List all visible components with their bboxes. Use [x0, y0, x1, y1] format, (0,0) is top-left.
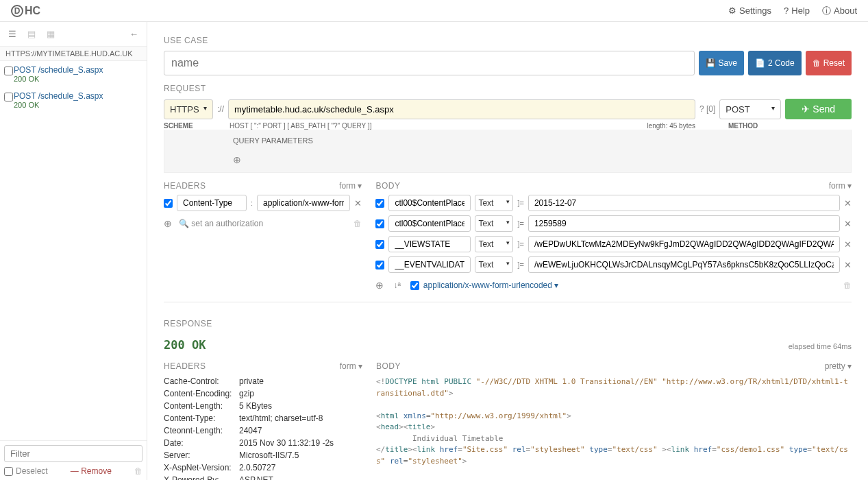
help-link[interactable]: ?Help	[784, 5, 810, 17]
content: USE CASE 💾Save 📄2 Code 🗑Reset REQUEST HT…	[147, 22, 868, 480]
history-checkbox[interactable]	[4, 67, 13, 75]
query-params-area: QUERY PARAMETERS ⊕	[164, 130, 852, 173]
response-header-row: Content-Type:text/html; charset=utf-8	[164, 412, 362, 424]
delete-body-icon[interactable]: 🗑	[843, 280, 852, 290]
encoding-label[interactable]: application/x-www-form-urlencoded ▾	[423, 280, 558, 290]
response-header-row: Content-Length:5 KBytes	[164, 400, 362, 412]
body-enabled-checkbox[interactable]	[375, 199, 384, 208]
body-enabled-checkbox[interactable]	[375, 219, 384, 228]
grid-view-icon[interactable]: ▦	[47, 29, 55, 39]
filter-input[interactable]	[4, 445, 142, 462]
main-layout: ☰ ▤ ▦ ← HTTPS://MYTIMETABLE.HUD.AC.UK PO…	[0, 22, 868, 480]
app-logo: D HC	[11, 5, 40, 17]
remove-body-icon[interactable]: ✕	[844, 239, 852, 250]
gear-icon: ⚙	[728, 5, 736, 16]
body-type-select[interactable]: Text	[475, 215, 513, 232]
query-indicator[interactable]: ? [0]	[699, 104, 715, 114]
method-select[interactable]: POST	[719, 99, 781, 119]
about-link[interactable]: ⓘAbout	[822, 5, 857, 17]
header-key-input[interactable]	[177, 195, 247, 211]
usecase-name-input[interactable]	[164, 51, 695, 75]
body-key-input[interactable]	[388, 215, 471, 232]
delete-headers-icon[interactable]: 🗑	[354, 219, 362, 228]
list-view-icon[interactable]: ☰	[8, 29, 16, 39]
body-mode-toggle[interactable]: form ▾	[829, 181, 852, 191]
body-enabled-checkbox[interactable]	[375, 240, 384, 249]
scheme-prefix: ://	[217, 104, 224, 114]
archive-icon[interactable]: ▤	[27, 29, 36, 39]
add-body-button[interactable]: ⊕	[375, 280, 384, 291]
body-panel: BODY form ▾ Text ]= ✕ Text ]=	[375, 181, 852, 291]
sidebar-item[interactable]: POST /schedule_S.aspx 200 OK	[0, 87, 147, 113]
scheme-select[interactable]: HTTPS	[164, 99, 213, 119]
add-param-button[interactable]: ⊕	[233, 154, 844, 165]
body-type-select[interactable]: Text	[475, 256, 513, 273]
remove-body-icon[interactable]: ✕	[844, 198, 852, 208]
response-header-row: Cteonnt-Length:24047	[164, 424, 362, 437]
body-key-input[interactable]	[388, 236, 471, 252]
body-type-select[interactable]: Text	[475, 195, 513, 211]
history-checkbox[interactable]	[4, 93, 13, 101]
response-header-row: Server:Microsoft-IIS/7.5	[164, 449, 362, 461]
headers-panel: HEADERS form ▾ : ✕ ⊕ 🔍 set an authorizat…	[164, 181, 362, 291]
remove-header-icon[interactable]: ✕	[354, 198, 362, 208]
body-value-input[interactable]	[528, 195, 840, 211]
deselect-checkbox[interactable]	[4, 467, 13, 476]
url-input[interactable]	[228, 99, 695, 119]
response-header-row: Content-Encoding:gzip	[164, 387, 362, 400]
settings-link[interactable]: ⚙Settings	[728, 5, 771, 17]
sidebar: ☰ ▤ ▦ ← HTTPS://MYTIMETABLE.HUD.AC.UK PO…	[0, 22, 147, 480]
add-header-button[interactable]: ⊕	[164, 218, 172, 229]
help-icon: ?	[784, 5, 789, 16]
deselect-action[interactable]: Deselect	[4, 466, 48, 476]
copy-icon: 📄	[755, 58, 765, 68]
save-icon: 💾	[706, 58, 716, 68]
response-body-label: BODY	[376, 361, 401, 371]
history-status: 200 OK	[14, 75, 141, 83]
body-type-select[interactable]: Text	[475, 236, 513, 252]
send-icon: ✈	[802, 104, 810, 115]
body-row: Text ]= ✕	[375, 195, 852, 211]
body-value-input[interactable]	[528, 215, 840, 232]
sort-icon[interactable]: ↓ª	[393, 280, 400, 290]
body-value-input[interactable]	[528, 236, 840, 252]
history-title: POST /schedule_S.aspx	[14, 65, 141, 75]
body-key-input[interactable]	[388, 195, 471, 211]
collapse-icon[interactable]: ←	[129, 29, 138, 39]
send-button[interactable]: ✈Send	[785, 99, 852, 119]
method-col-label: METHOD	[728, 122, 790, 130]
code-button[interactable]: 📄2 Code	[748, 51, 802, 75]
auth-link[interactable]: 🔍 set an authorization	[179, 219, 263, 228]
top-links: ⚙Settings ?Help ⓘAbout	[728, 5, 857, 17]
save-button[interactable]: 💾Save	[699, 51, 744, 75]
host-col-label: HOST [ ":" PORT ] [ ABS_PATH [ "?" QUERY…	[230, 122, 643, 130]
response-section: RESPONSE 200 OK elapsed time 64ms HEADER…	[164, 302, 852, 480]
body-value-input[interactable]	[528, 256, 840, 273]
response-body-content[interactable]: <!DOCTYPE html PUBLIC "-//W3C//DTD XHTML…	[376, 376, 852, 480]
header-enabled-checkbox[interactable]	[164, 199, 173, 208]
sidebar-item[interactable]: POST /schedule_S.aspx 200 OK	[0, 61, 147, 87]
response-header-row: Cache-Control:private	[164, 375, 362, 387]
sidebar-toolbar: ☰ ▤ ▦ ←	[0, 22, 147, 46]
trash-icon[interactable]: 🗑	[134, 466, 142, 476]
body-row: Text ]= ✕	[375, 215, 852, 232]
remove-body-icon[interactable]: ✕	[844, 219, 852, 229]
remove-body-icon[interactable]: ✕	[844, 260, 852, 270]
history-status: 200 OK	[14, 101, 141, 109]
encoding-checkbox[interactable]	[410, 281, 419, 290]
response-label: RESPONSE	[164, 319, 852, 328]
remove-action[interactable]: — Remove	[71, 466, 112, 476]
response-headers-panel: HEADERS form ▾ Cache-Control:privateCont…	[164, 361, 362, 480]
response-header-row: Date:2015 Nov 30 11:32:19 -2s	[164, 437, 362, 449]
request-label: REQUEST	[164, 84, 852, 93]
response-header-row: X-AspNet-Version:2.0.50727	[164, 461, 362, 474]
reset-button[interactable]: 🗑Reset	[806, 51, 852, 75]
body-enabled-checkbox[interactable]	[375, 261, 384, 269]
body-key-input[interactable]	[388, 256, 471, 273]
sidebar-footer: Deselect — Remove 🗑	[0, 440, 147, 480]
headers-mode-toggle[interactable]: form ▾	[339, 181, 362, 191]
url-length: length: 45 bytes	[647, 122, 699, 130]
header-value-input[interactable]	[257, 195, 350, 211]
resp-headers-mode-toggle[interactable]: form ▾	[340, 361, 362, 371]
resp-body-mode-toggle[interactable]: pretty ▾	[825, 361, 852, 371]
